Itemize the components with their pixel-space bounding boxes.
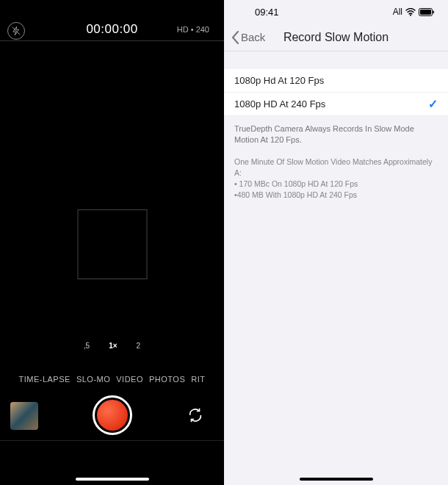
zoom-default[interactable]: 1× (109, 342, 117, 350)
battery-icon (419, 8, 435, 16)
quality-indicator[interactable]: HD • 240 (177, 25, 209, 34)
svg-rect-3 (420, 10, 431, 15)
zoom-tele[interactable]: 2 (137, 342, 141, 350)
home-indicator[interactable] (76, 478, 149, 481)
nav-bar: Back Record Slow Motion (224, 24, 448, 51)
focus-indicator[interactable] (77, 209, 147, 279)
checkmark-icon: ✓ (428, 97, 438, 111)
option-label: 1080p Hd At 120 Fps (234, 75, 324, 86)
zoom-wide[interactable]: ,5 (84, 342, 90, 350)
back-button[interactable]: Back (231, 31, 265, 44)
svg-point-1 (410, 14, 411, 15)
status-right-icons: All (393, 7, 435, 17)
switch-camera-button[interactable] (186, 406, 205, 425)
page-title: Record Slow Motion (283, 31, 389, 44)
wifi-icon (405, 8, 416, 16)
last-photo-thumbnail[interactable] (10, 402, 38, 430)
switch-camera-icon (187, 407, 203, 423)
viewfinder-frame-bottom (0, 440, 224, 441)
mode-portrait[interactable]: RIT (191, 375, 205, 384)
recording-timer: 00:00:00 (86, 22, 137, 37)
option-120fps[interactable]: 1080p Hd At 120 Fps (224, 69, 448, 93)
flash-toggle-button[interactable] (7, 22, 25, 40)
footer-bullet1: • 170 MBc On 1080p HD At 120 Fps (234, 179, 438, 190)
mode-photo[interactable]: PHOTOS (149, 375, 185, 384)
back-label: Back (241, 31, 265, 43)
record-button-inner (97, 400, 128, 431)
record-button[interactable] (93, 395, 132, 435)
zoom-selector[interactable]: ,5 1× 2 (84, 342, 140, 350)
home-indicator[interactable] (300, 478, 373, 481)
settings-screen: 09:41 All Back Record Slow Motion 1080p … (224, 0, 448, 485)
viewfinder-frame-top (0, 40, 224, 41)
mode-slomo[interactable]: SLO-MO (76, 375, 110, 384)
footer-description: TrueDepth Camera Always Records In Slow … (224, 116, 448, 200)
camera-app: 00:00:00 HD • 240 ,5 1× 2 TIME-LAPSE SLO… (0, 0, 224, 485)
chevron-left-icon (231, 31, 239, 44)
svg-rect-4 (433, 10, 435, 13)
option-240fps[interactable]: 1080p HD At 240 Fps ✓ (224, 93, 448, 116)
status-bar: 09:41 All (224, 0, 448, 24)
footer-bullet2: •480 MB With 1080p HD At 240 Fps (234, 190, 438, 201)
flash-off-icon (11, 26, 21, 36)
option-label: 1080p HD At 240 Fps (234, 98, 325, 109)
mode-timelapse[interactable]: TIME-LAPSE (18, 375, 70, 384)
footer-line2: One Minute Of Slow Motion Video Matches … (234, 157, 438, 178)
slomo-options-list: 1080p Hd At 120 Fps 1080p HD At 240 Fps … (224, 69, 448, 116)
mode-video[interactable]: VIDEO (116, 375, 143, 384)
camera-mode-selector[interactable]: TIME-LAPSE SLO-MO VIDEO PHOTOS RIT (0, 375, 224, 384)
status-time: 09:41 (255, 7, 279, 18)
carrier-label: All (393, 7, 402, 17)
footer-line1: TrueDepth Camera Always Records In Slow … (234, 123, 438, 146)
